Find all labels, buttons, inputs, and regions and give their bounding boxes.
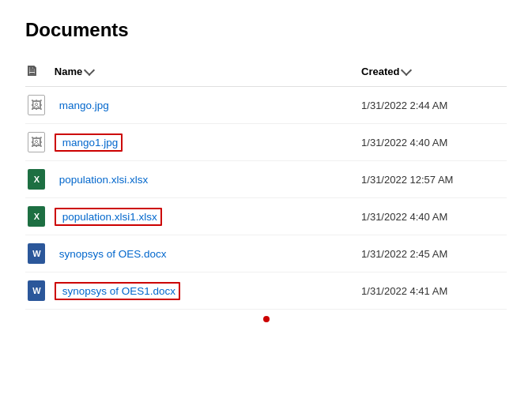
excel-icon: X xyxy=(28,206,45,227)
file-header-icon: 🗎 xyxy=(25,63,40,79)
table-row[interactable]: 🖼­mango.jpg1/31/2022 2:44 AM xyxy=(25,87,507,124)
bottom-indicator xyxy=(263,316,270,322)
file-name-cell[interactable]: ­population.xlsi.xlsx xyxy=(55,161,361,198)
file-type-icon-cell: X xyxy=(25,198,55,235)
file-name-text: synopsys of OES1.docx xyxy=(62,285,175,297)
image-icon: 🖼 xyxy=(28,95,45,115)
file-created-cell: 1/31/2022 2:45 AM xyxy=(361,235,507,273)
file-name-text: population.xlsi.xlsx xyxy=(59,174,149,186)
file-name-text: mango1.jpg xyxy=(62,137,119,148)
selected-outline: ­population.xlsi1.xlsx xyxy=(55,208,162,226)
file-name-cell[interactable]: ­mango.jpg xyxy=(55,87,361,124)
col-header-created[interactable]: Created xyxy=(361,57,507,87)
selected-outline: ­mango1.jpg xyxy=(55,133,123,152)
excel-icon: X xyxy=(28,169,45,190)
word-icon: W xyxy=(28,243,45,264)
table-row[interactable]: X­population.xlsi1.xlsx1/31/2022 4:40 AM xyxy=(25,198,507,235)
image-icon: 🖼 xyxy=(28,132,45,152)
table-row[interactable]: X­population.xlsi.xlsx1/31/2022 12:57 AM xyxy=(25,161,507,198)
selected-outline: ­synopsys of OES1.docx xyxy=(55,282,180,300)
table-row[interactable]: W­synopsys of OES1.docx1/31/2022 4:41 AM xyxy=(25,273,507,310)
table-row[interactable]: 🖼­mango1.jpg1/31/2022 4:40 AM xyxy=(25,124,507,161)
created-col-label: Created xyxy=(361,66,399,77)
file-created-cell: 1/31/2022 4:40 AM xyxy=(361,198,507,235)
file-created-cell: 1/31/2022 4:40 AM xyxy=(361,124,507,161)
file-name-cell[interactable]: ­population.xlsi1.xlsx xyxy=(55,198,361,235)
file-name-cell[interactable]: ­synopsys of OES1.docx xyxy=(55,273,361,310)
name-col-label: Name xyxy=(55,66,82,77)
col-header-name[interactable]: Name xyxy=(55,57,361,87)
table-row[interactable]: W­synopsys of OES.docx1/31/2022 2:45 AM xyxy=(25,235,507,273)
table-header-row: 🗎 Name Created xyxy=(25,57,507,87)
created-sort-icon xyxy=(401,65,412,76)
file-created-cell: 1/31/2022 12:57 AM xyxy=(361,161,507,198)
file-created-cell: 1/31/2022 2:44 AM xyxy=(361,87,507,124)
page-title: Documents xyxy=(25,19,507,41)
file-type-icon-cell: 🖼 xyxy=(25,124,55,161)
file-type-icon-cell: W xyxy=(25,273,55,310)
file-type-icon-cell: W xyxy=(25,235,55,273)
word-icon: W xyxy=(28,280,45,301)
file-name-text: synopsys of OES.docx xyxy=(59,248,167,260)
file-type-icon-cell: X xyxy=(25,161,55,198)
name-sort-icon xyxy=(84,65,95,76)
file-name-cell[interactable]: ­synopsys of OES.docx xyxy=(55,235,361,273)
file-type-icon-cell: 🖼 xyxy=(25,87,55,124)
file-name-cell[interactable]: ­mango1.jpg xyxy=(55,124,361,161)
file-name-text: mango.jpg xyxy=(59,100,109,111)
col-header-icon: 🗎 xyxy=(25,57,55,87)
file-name-text: population.xlsi1.xlsx xyxy=(62,211,157,223)
documents-table: 🗎 Name Created 🖼­mango.jpg1/31/2022 2:44… xyxy=(25,57,507,310)
file-created-cell: 1/31/2022 4:41 AM xyxy=(361,273,507,310)
